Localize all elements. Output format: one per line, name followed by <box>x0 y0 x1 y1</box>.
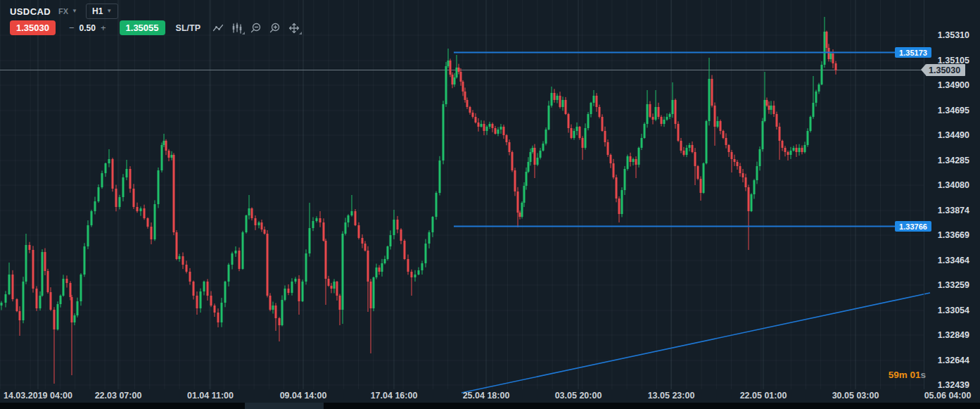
buy-button[interactable]: 1.35055 <box>120 20 165 35</box>
time-tick-label: 25.04 18:00 <box>463 391 510 401</box>
price-tick-label: 1.34285 <box>938 156 969 165</box>
time-tick-label: 22.03 07:00 <box>95 391 142 401</box>
time-tick-label: 01.04 11:00 <box>187 391 234 401</box>
candlestick-chart[interactable] <box>0 0 980 409</box>
time-tick-label: 22.05 01:00 <box>740 391 787 401</box>
chevron-down-icon: ▼ <box>72 8 77 14</box>
timeframe-selector[interactable]: H1 ▼ <box>86 4 118 19</box>
timeframe-label: H1 <box>92 6 103 16</box>
sell-button[interactable]: 1.35030 <box>10 20 56 35</box>
time-tick-label: 05.06 04:00 <box>924 391 972 401</box>
time-tick-label: 13.05 23:00 <box>648 391 695 401</box>
chevron-down-icon: ▼ <box>106 8 112 14</box>
instrument-type-label: FX <box>58 7 68 15</box>
instrument-type-dropdown[interactable]: FX ▼ <box>58 7 77 15</box>
countdown-time: 59m 01 <box>889 370 921 380</box>
price-tick-label: 1.32849 <box>938 330 969 340</box>
bottom-bar-segment <box>245 403 324 409</box>
price-tick-label: 1.32644 <box>938 355 969 365</box>
price-tick-label: 1.33669 <box>938 230 969 240</box>
price-tick-label: 1.33874 <box>938 206 969 215</box>
zoom-out-icon[interactable] <box>248 21 265 35</box>
time-axis[interactable]: 14.03.2019 04:0022.03 07:0001.04 11:0009… <box>0 389 980 403</box>
increase-button[interactable]: + <box>96 23 111 33</box>
bottom-bar <box>0 403 980 409</box>
decrease-button[interactable]: − <box>64 23 79 33</box>
support-price-badge: 1.33766 <box>895 221 931 232</box>
sltp-button[interactable]: SL/TP <box>176 23 201 33</box>
price-tick-label: 1.34900 <box>938 80 969 90</box>
price-tick-label: 1.34695 <box>938 106 969 115</box>
chart-header: USDCAD FX ▼ H1 ▼ <box>10 4 118 19</box>
current-price-badge: 1.35030 <box>926 64 965 76</box>
time-tick-label: 03.05 20:00 <box>555 391 602 401</box>
price-tick-label: 1.33259 <box>938 280 969 290</box>
price-tick-label: 1.34080 <box>938 180 969 190</box>
candle-countdown: 59m 01s <box>889 370 926 380</box>
time-tick-label: 14.03.2019 04:00 <box>4 391 72 401</box>
price-tick-label: 1.34490 <box>938 130 969 140</box>
candlestick-icon[interactable] <box>229 21 246 35</box>
resistance-price-badge: 1.35173 <box>895 47 931 58</box>
time-tick-label: 09.04 14:00 <box>280 391 327 401</box>
price-tick-label: 1.33464 <box>938 256 969 265</box>
zoom-in-icon[interactable] <box>267 21 284 35</box>
countdown-unit: s <box>920 370 926 380</box>
time-tick-label: 30.05 03:00 <box>832 391 879 401</box>
spread-value: 0.50 <box>79 23 96 33</box>
price-tick-label: 1.32439 <box>938 380 969 390</box>
price-axis[interactable]: 1.353101.351051.349001.346951.344901.342… <box>924 0 980 389</box>
order-toolbar: 1.35030 − 0.50 + 1.35055 SL/TP <box>10 20 303 35</box>
price-tick-label: 1.35310 <box>938 30 969 40</box>
line-chart-icon[interactable] <box>210 21 227 35</box>
trading-chart-app: USDCAD FX ▼ H1 ▼ 1.35030 − 0.50 + 1.3505… <box>0 0 980 409</box>
pan-icon[interactable] <box>286 21 303 35</box>
symbol-title: USDCAD <box>10 6 51 17</box>
time-tick-label: 17.04 16:00 <box>371 391 418 401</box>
spread-stepper: − 0.50 + <box>64 23 111 33</box>
chart-tools <box>208 21 303 35</box>
price-tick-label: 1.33054 <box>938 306 969 315</box>
